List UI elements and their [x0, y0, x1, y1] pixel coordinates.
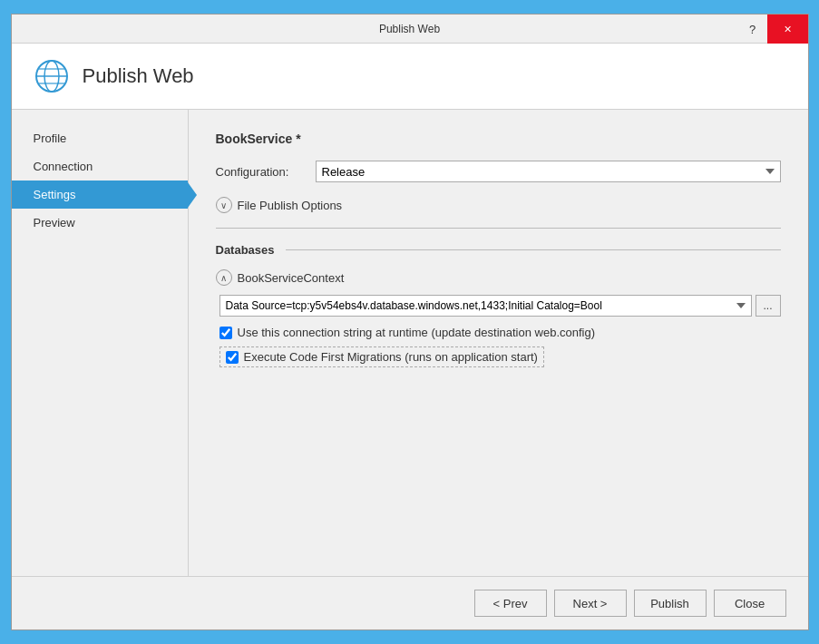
close-button[interactable]: Close — [714, 590, 786, 617]
db-connection-row: Data Source=tcp:y5v54ebs4v.database.wind… — [219, 295, 781, 317]
title-bar-controls: ? ✕ — [738, 15, 808, 44]
dialog-body: Profile Connection Settings Preview Book… — [12, 110, 808, 576]
use-connection-string-label: Use this connection string at runtime (u… — [238, 326, 596, 339]
execute-migrations-checkbox[interactable] — [226, 351, 239, 364]
file-publish-collapse-icon: ∨ — [216, 197, 232, 213]
publish-button[interactable]: Publish — [634, 590, 707, 617]
main-content: BookService * Configuration: Release Deb… — [189, 110, 808, 576]
databases-section: Databases ∧ BookServiceContext Data Sour… — [216, 243, 781, 375]
sidebar-item-settings[interactable]: Settings — [12, 181, 188, 209]
config-row: Configuration: Release Debug — [216, 161, 781, 182]
use-connection-string-checkbox[interactable] — [219, 327, 232, 339]
config-label: Configuration: — [216, 165, 316, 179]
use-connection-string-row: Use this connection string at runtime (u… — [219, 326, 781, 339]
help-button[interactable]: ? — [738, 15, 767, 44]
browse-button[interactable]: ... — [756, 295, 781, 317]
databases-title: Databases — [216, 243, 781, 257]
db-connection-select[interactable]: Data Source=tcp:y5v54ebs4v.database.wind… — [219, 295, 752, 317]
footer: < Prev Next > Publish Close — [12, 576, 808, 629]
file-publish-options-header[interactable]: ∨ File Publish Options — [216, 197, 781, 213]
execute-migrations-row: Execute Code First Migrations (runs on a… — [219, 346, 544, 367]
config-select[interactable]: Release Debug — [316, 161, 781, 182]
sidebar-item-profile[interactable]: Profile — [12, 124, 188, 152]
close-title-button[interactable]: ✕ — [767, 15, 808, 44]
db-context-label: BookServiceContext — [238, 271, 345, 285]
execute-migrations-label: Execute Code First Migrations (runs on a… — [244, 350, 538, 364]
dialog-title: Publish Web — [379, 23, 440, 35]
header-title: Publish Web — [83, 64, 194, 88]
section-title: BookService * — [216, 132, 781, 146]
sidebar: Profile Connection Settings Preview — [12, 110, 189, 576]
globe-icon — [34, 58, 70, 94]
db-context-collapse-icon: ∧ — [216, 269, 232, 286]
next-button[interactable]: Next > — [554, 590, 627, 617]
title-bar: Publish Web ? ✕ — [12, 15, 808, 44]
db-context-header[interactable]: ∧ BookServiceContext — [216, 269, 781, 286]
header: Publish Web — [12, 44, 808, 110]
sidebar-item-connection[interactable]: Connection — [12, 152, 188, 181]
publish-web-dialog: Publish Web ? ✕ Publish Web Profile Conn… — [11, 14, 809, 630]
file-publish-label: File Publish Options — [238, 199, 343, 212]
prev-button[interactable]: < Prev — [474, 590, 547, 617]
separator — [216, 228, 781, 229]
sidebar-item-preview[interactable]: Preview — [12, 209, 188, 237]
